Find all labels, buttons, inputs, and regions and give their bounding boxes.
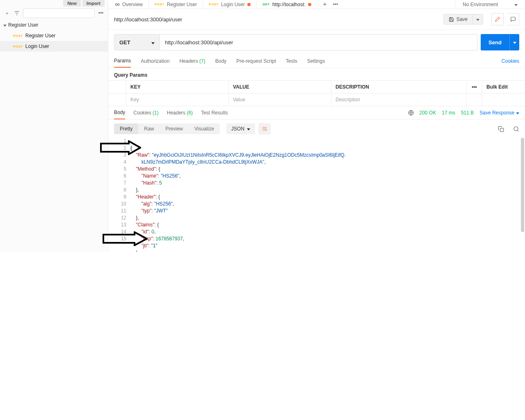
tab-label: Login User <box>221 2 245 7</box>
chevron-down-icon <box>151 39 155 46</box>
method-badge: POST <box>13 45 23 48</box>
send-dropdown[interactable] <box>509 34 519 50</box>
bulk-edit-button[interactable]: Bulk Edit <box>482 81 525 93</box>
sidebar-item-label: Login User <box>25 43 49 49</box>
search-icon[interactable] <box>513 126 519 132</box>
environment-label: No Environment <box>463 2 498 7</box>
title-bar: http://localhost:3000/api/user Save <box>108 9 525 30</box>
import-button[interactable]: Import <box>82 0 105 7</box>
new-button[interactable]: New <box>63 0 81 7</box>
response-toolbar: Pretty Raw Preview Visualize JSON <box>108 120 525 138</box>
format-selector[interactable]: JSON <box>226 123 255 134</box>
col-description: DESCRIPTION <box>331 81 466 93</box>
sidebar-more-icon[interactable]: ••• <box>97 9 105 17</box>
sidebar: New Import ＋ ••• Register User POST Regi… <box>0 0 108 252</box>
tab-overview[interactable]: Overview <box>108 0 149 9</box>
sidebar-search[interactable] <box>23 8 95 18</box>
method-selector[interactable]: GET <box>114 34 160 50</box>
save-response-button[interactable]: Save Response <box>479 110 519 116</box>
unsaved-dot-icon <box>247 3 251 6</box>
subtab-authorization[interactable]: Authorization <box>141 55 169 67</box>
svg-point-2 <box>514 126 518 130</box>
response-size: 511 B <box>461 110 474 116</box>
save-icon <box>449 17 454 22</box>
cookies-link[interactable]: Cookies <box>502 55 519 67</box>
tab-localhost[interactable]: GET http://localhost: <box>257 0 317 9</box>
sidebar-item-login[interactable]: POST Login User <box>0 41 108 52</box>
globe-icon[interactable] <box>408 110 414 116</box>
col-actions-icon[interactable]: ••• <box>466 81 482 93</box>
save-button[interactable]: Save <box>443 14 473 25</box>
method-badge: GET <box>262 2 270 6</box>
environment-selector[interactable]: No Environment <box>455 0 525 9</box>
tab-bar: Overview POST Register User POST Login U… <box>108 0 525 9</box>
response-time: 17 ms <box>442 110 455 116</box>
subtab-settings[interactable]: Settings <box>307 55 325 67</box>
chevron-down-icon <box>516 110 519 116</box>
save-label: Save <box>457 16 468 22</box>
method-badge: POST <box>13 34 23 38</box>
resp-tab-cookies[interactable]: Cookies (1) <box>133 107 158 119</box>
request-row: GET Send <box>108 30 525 55</box>
tab-label: Overview <box>122 2 143 7</box>
description-input[interactable]: Description <box>331 94 466 106</box>
resp-tab-body[interactable]: Body <box>114 106 125 119</box>
filter-icon[interactable] <box>13 9 21 17</box>
send-button[interactable]: Send <box>481 34 509 50</box>
comment-icon[interactable] <box>507 13 519 25</box>
tab-register[interactable]: POST Register User <box>149 0 203 9</box>
response-body[interactable]: 123 456 789 101112 131415 { "Raw": "eyJh… <box>108 138 525 252</box>
response-tabs: Body Cookies (1) Headers (6) Test Result… <box>108 106 525 120</box>
preview-button[interactable]: Preview <box>160 123 189 134</box>
value-input[interactable]: Value <box>229 94 331 106</box>
view-mode-segment: Pretty Raw Preview Visualize <box>114 123 220 134</box>
status-code: 200 OK <box>420 110 436 116</box>
subtab-headers[interactable]: Headers (7) <box>179 55 205 67</box>
key-input[interactable]: Key <box>126 94 229 106</box>
method-value: GET <box>119 39 130 46</box>
resp-tab-headers[interactable]: Headers (6) <box>167 107 193 119</box>
resp-tab-count: (6) <box>187 110 193 116</box>
svg-rect-1 <box>500 128 504 131</box>
infinity-icon <box>114 2 120 7</box>
resp-tab-count: (1) <box>153 110 159 116</box>
subtab-count: (7) <box>199 58 205 64</box>
subtab-prerequest[interactable]: Pre-request Script <box>236 55 276 67</box>
tab-login[interactable]: POST Login User <box>203 0 257 9</box>
wrap-lines-icon[interactable] <box>258 123 271 135</box>
code-content: { "Raw": "eyJhbGciOiJIUzI1NiIsInR5cCI6Ik… <box>130 138 519 252</box>
request-subtabs: Params Authorization Headers (7) Body Pr… <box>108 55 525 68</box>
subtab-body[interactable]: Body <box>215 55 226 67</box>
table-header-row: KEY VALUE DESCRIPTION ••• Bulk Edit <box>108 81 525 94</box>
chevron-down-icon <box>513 39 516 45</box>
sidebar-item-register[interactable]: POST Register User <box>0 30 108 41</box>
line-gutter: 123 456 789 101112 131415 <box>114 138 130 252</box>
request-title[interactable]: http://localhost:3000/api/user <box>114 16 440 23</box>
collection-folder[interactable]: Register User <box>0 20 108 30</box>
add-tab-icon[interactable]: ＋ <box>322 0 328 9</box>
raw-button[interactable]: Raw <box>138 123 160 134</box>
tab-more-icon[interactable]: ••• <box>333 2 338 7</box>
subtab-tests[interactable]: Tests <box>286 55 297 67</box>
format-label: JSON <box>231 126 244 132</box>
subtab-params[interactable]: Params <box>114 55 131 68</box>
url-input[interactable] <box>160 34 477 50</box>
copy-icon[interactable] <box>498 126 504 132</box>
tab-label: Register User <box>167 2 197 7</box>
visualize-button[interactable]: Visualize <box>189 123 220 134</box>
method-badge: POST <box>155 2 164 6</box>
params-table: KEY VALUE DESCRIPTION ••• Bulk Edit Key … <box>108 80 525 106</box>
pretty-button[interactable]: Pretty <box>114 123 138 134</box>
col-key: KEY <box>126 81 229 93</box>
edit-icon[interactable] <box>491 13 504 25</box>
scrollbar-thumb[interactable] <box>521 138 524 232</box>
tab-label: http://localhost: <box>272 2 306 7</box>
chevron-down-icon <box>514 2 518 7</box>
add-icon[interactable]: ＋ <box>3 9 11 17</box>
collection-name: Register User <box>8 22 38 28</box>
save-dropdown[interactable] <box>473 14 483 25</box>
resp-tab-tests[interactable]: Test Results <box>201 107 228 119</box>
sidebar-item-label: Register User <box>25 33 55 39</box>
table-row[interactable]: Key Value Description <box>108 94 525 106</box>
resp-tab-label: Headers <box>167 110 185 116</box>
